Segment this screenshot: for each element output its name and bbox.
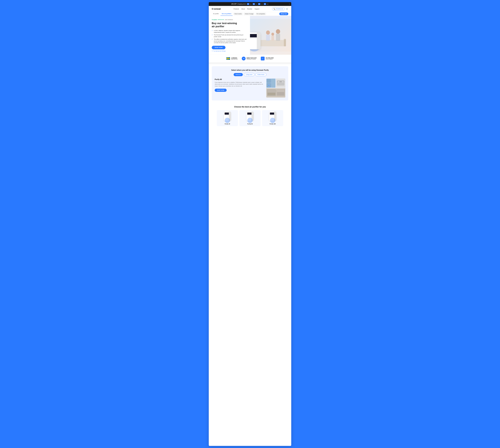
promo-shopping-text: shopping end in: [237, 3, 246, 5]
product-desc: Fusce dignissim luctus sem ou dapibus. P…: [215, 81, 264, 87]
badge-line1: A SWEDISH: [231, 57, 238, 59]
timer-sec-label: sec: [267, 3, 268, 5]
hero-title-line1: Buy our test-winning: [212, 22, 237, 25]
risk-free-text: Try risk-free for 30 days: [213, 50, 226, 52]
svg-rect-5: [266, 34, 270, 41]
kontakta-label: Kontakta oss: [276, 8, 283, 10]
hero-bullet-1: In 2023, Villalivret, Sweden's largest v…: [212, 30, 247, 33]
subnav-our-air-purifiers[interactable]: Our air purifiers: [220, 12, 233, 16]
product-card-small-2: Purify 60: [239, 110, 261, 126]
hero-bullets: In 2023, Villalivret, Sweden's largest v…: [212, 30, 247, 44]
product-shop-button[interactable]: SHOP NOW: [215, 89, 227, 92]
subnav-for-companies[interactable]: For companies: [255, 13, 266, 15]
subnav-shop-now[interactable]: Shop now: [279, 13, 288, 15]
purifier-device: [250, 32, 262, 51]
nav-reseller[interactable]: Reseller: [247, 8, 252, 10]
purifier-body: [250, 32, 261, 49]
section-divider: [209, 63, 291, 64]
shield-icon: ✓: [261, 57, 265, 61]
product-name: Purify 60: [215, 79, 264, 80]
promo-close-button[interactable]: ×: [289, 3, 290, 5]
badge-line2: INNOVATION: [231, 59, 238, 60]
timer-sec: 00: [264, 3, 266, 5]
kontakta-button[interactable]: 📞 Kontakta oss: [272, 7, 285, 10]
header-right: 📞 Kontakta oss 🛒: [272, 7, 288, 10]
room-tab-living-room[interactable]: Living room: [244, 73, 254, 76]
nav-support[interactable]: Support: [254, 8, 259, 10]
subnav-how-it-works[interactable]: How it works: [233, 13, 243, 15]
nav-about[interactable]: About: [241, 8, 245, 10]
product-card-small-name-1: Purify 30: [218, 123, 237, 125]
svg-rect-9: [276, 33, 280, 41]
phone-icon: 📞: [274, 8, 275, 10]
promo-banner: 10% OFF shopping end in 10 day 02 hrs 58…: [209, 2, 291, 6]
hero-section: Trustpilot ★★★★★ 1162 Omdömen Buy our te…: [209, 16, 291, 55]
hero-bullet-2: The Ozoneair Purify was declared the bes…: [212, 34, 247, 37]
timer-min-label: min: [261, 3, 263, 5]
hero-shop-now-button[interactable]: SHOP NOW: [212, 46, 225, 49]
svg-point-6: [271, 33, 274, 36]
svg-point-4: [266, 31, 270, 35]
shield-small-icon: 🛡: [212, 50, 213, 52]
room-image-bedroom: [276, 79, 285, 88]
choose-title: Choose the best air purifier for you: [212, 106, 288, 108]
room-selector-section: Select where you will be using Ozoneair …: [212, 66, 288, 100]
hero-left: Trustpilot ★★★★★ 1162 Omdömen Buy our te…: [209, 16, 250, 55]
trustpilot-label: Trustpilot: [212, 19, 217, 20]
badge-risk-line2: FOR 14 DAYS: [266, 59, 274, 60]
review-count: 1162 Omdömen: [225, 19, 233, 20]
product-grid: Purify 30 Purify 60: [212, 110, 288, 126]
hero-right: [250, 16, 291, 55]
subnav-areas-of-usage[interactable]: Areas of usage: [244, 13, 255, 15]
hero-bullet-3: The editors considered air purification …: [212, 38, 247, 44]
product-info: Purify 60 Fusce dignissim luctus sem ou …: [215, 79, 264, 92]
badge-40k: 40k MORE THAN 40,000 PRODUCTS SOLD: [242, 57, 257, 61]
badge-swedish-text: A SWEDISH INNOVATION: [231, 57, 238, 60]
nav-products[interactable]: Products: [233, 8, 239, 10]
room-selector-title: Select where you will be using Ozoneair …: [215, 69, 285, 71]
svg-rect-19: [282, 81, 284, 82]
promo-off-text: 10% OFF: [231, 3, 237, 5]
trustpilot-stars: ★★★★★: [218, 19, 224, 20]
shield-badge: ✓: [261, 57, 265, 61]
device-accent-3: [270, 118, 275, 123]
product-card-small-3: Purify 100: [262, 110, 283, 126]
hero-title-line2: air purifier: [212, 25, 224, 28]
svg-rect-3: [284, 39, 286, 46]
svg-rect-13: [271, 79, 275, 87]
flag: [226, 57, 230, 60]
timer-day: 10: [247, 3, 249, 5]
purifier-grill: [257, 32, 261, 49]
hero-title: Buy our test-winning air purifier: [212, 22, 247, 28]
svg-point-14: [268, 84, 269, 86]
sub-nav: Air purifier Our air purifiers How it wo…: [209, 12, 291, 16]
timer-hrs-label: hrs: [256, 3, 257, 5]
svg-rect-24: [277, 92, 284, 95]
subnav-air-purifier[interactable]: Air purifier: [212, 12, 220, 16]
logo-text: O·zoneair: [212, 8, 221, 10]
timer-hrs: 02: [253, 3, 255, 5]
40k-icon: 40k: [242, 57, 246, 61]
room-tabs: Bedroom Living room Entire home: [215, 73, 285, 76]
hero-family-image: [250, 16, 291, 55]
timer-min: 58: [258, 3, 260, 5]
device-2: [246, 112, 254, 122]
device-1: [223, 112, 232, 122]
swedish-flag-icon: [226, 57, 230, 61]
room-image-floorplan: [266, 79, 276, 88]
room-tab-bedroom[interactable]: Bedroom: [233, 73, 243, 76]
device-3: [268, 112, 277, 122]
40k-badge: 40k: [242, 57, 246, 61]
product-card: Purify 60 Fusce dignissim luctus sem ou …: [215, 79, 285, 97]
try-risk-free[interactable]: 🛡 Try risk-free for 30 days: [212, 50, 247, 52]
product-card-small-1: Purify 30: [217, 110, 238, 126]
room-tab-entire-home[interactable]: Entire home: [255, 73, 267, 76]
cart-icon[interactable]: 🛒: [286, 8, 288, 10]
page-wrapper: 10% OFF shopping end in 10 day 02 hrs 58…: [209, 2, 291, 446]
room-image-full: [266, 88, 285, 97]
main-nav: Products About Reseller Support: [233, 8, 259, 10]
logo: O·zoneair: [212, 8, 221, 10]
svg-rect-11: [267, 79, 271, 82]
svg-point-8: [276, 29, 280, 34]
badge-risk-line1: TRY RISK-FREE: [266, 57, 274, 59]
